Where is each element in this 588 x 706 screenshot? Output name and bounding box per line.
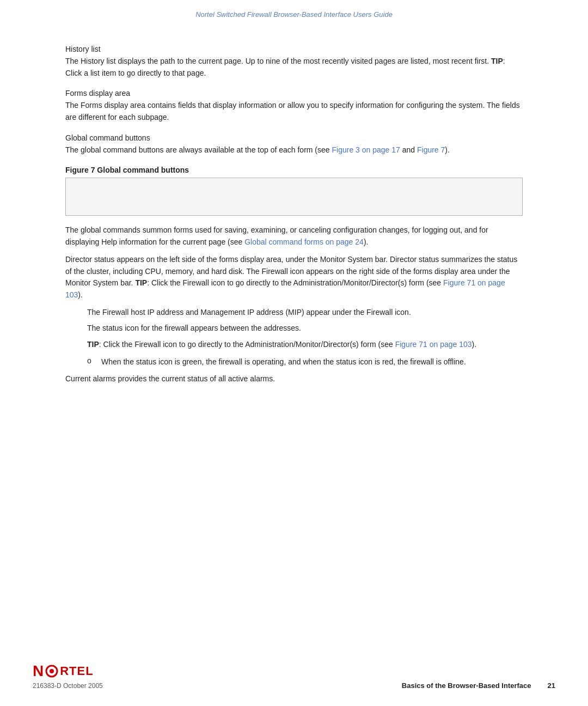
indented-tip-para: TIP: Click the Firewall icon to go direc… — [87, 339, 523, 351]
figure7-title: Global command buttons — [95, 166, 189, 174]
forms-display-label: Forms display area — [65, 89, 523, 98]
footer-logo-block: N RTEL 216383-D October 2005 — [33, 662, 103, 690]
global-command-forms-link[interactable]: Global command forms on page 24 — [244, 238, 364, 246]
body-para2-suffix: ). — [78, 290, 83, 299]
nortel-logo-text: RTEL — [60, 664, 93, 678]
body-para2: Director status appears on the left side… — [65, 254, 523, 301]
history-tip-bold: TIP — [491, 57, 503, 65]
body-para1-suffix: ). — [364, 238, 369, 246]
forms-display-para: The Forms display area contains fields t… — [65, 100, 523, 123]
footer-chapter-label: Basics of the Browser-Based Interface — [402, 681, 531, 690]
history-list-text: The History list displays the path to th… — [65, 57, 489, 65]
figure7-label-bold: Figure 7 — [65, 166, 95, 174]
global-command-intro-suffix: ). — [445, 145, 450, 154]
indented-tip-text: : Click the Firewall icon to go directly… — [99, 340, 395, 349]
body-para2-tip: TIP — [133, 278, 148, 287]
body-para2-tip-text: : Click the Firewall icon to go directly… — [147, 278, 443, 287]
current-alarms-para: Current alarms provides the current stat… — [65, 373, 523, 385]
figure71-link-2[interactable]: Figure 71 on page 103 — [395, 340, 472, 349]
nortel-logo: N RTEL — [33, 662, 94, 680]
indented-block: The Firewall host IP address and Managem… — [87, 307, 523, 351]
nortel-logo-n: N — [33, 662, 44, 680]
indented-tip-suffix: ). — [472, 340, 477, 349]
indented-para2: The status icon for the firewall appears… — [87, 322, 523, 334]
bullet-text: When the status icon is green, the firew… — [101, 356, 466, 368]
bullet-item: o When the status icon is green, the fir… — [87, 356, 523, 368]
page-footer: N RTEL 216383-D October 2005 Basics of t… — [0, 662, 588, 690]
global-command-intro-mid: and — [400, 145, 417, 154]
indented-tip-label: TIP — [87, 340, 99, 349]
figure3-link[interactable]: Figure 3 on page 17 — [332, 145, 400, 154]
footer-page-number: 21 — [548, 681, 555, 690]
global-command-label: Global command buttons — [65, 133, 523, 142]
global-command-intro: The global command buttons are always av… — [65, 144, 523, 156]
figure7-label: Figure 7 Global command buttons — [65, 166, 523, 174]
footer-right: Basics of the Browser-Based Interface 21 — [402, 681, 555, 690]
content-area: History list The History list displays t… — [0, 24, 588, 412]
header-title: Nortel Switched Firewall Browser-Based I… — [195, 10, 393, 19]
footer-doc-number: 216383-D October 2005 — [33, 682, 103, 690]
body-para1: The global commands summon forms used fo… — [65, 224, 523, 248]
global-command-intro-prefix: The global command buttons are always av… — [65, 145, 332, 154]
history-list-para: The History list displays the path to th… — [65, 56, 523, 79]
figure7-box — [65, 178, 523, 216]
svg-point-1 — [50, 669, 54, 673]
figure7-link[interactable]: Figure 7 — [417, 145, 445, 154]
page-container: Nortel Switched Firewall Browser-Based I… — [0, 0, 588, 706]
indented-para1: The Firewall host IP address and Managem… — [87, 307, 523, 319]
nortel-swirl-icon — [45, 663, 59, 679]
bullet-marker: o — [87, 356, 98, 365]
history-list-label: History list — [65, 45, 523, 53]
page-header: Nortel Switched Firewall Browser-Based I… — [0, 0, 588, 24]
